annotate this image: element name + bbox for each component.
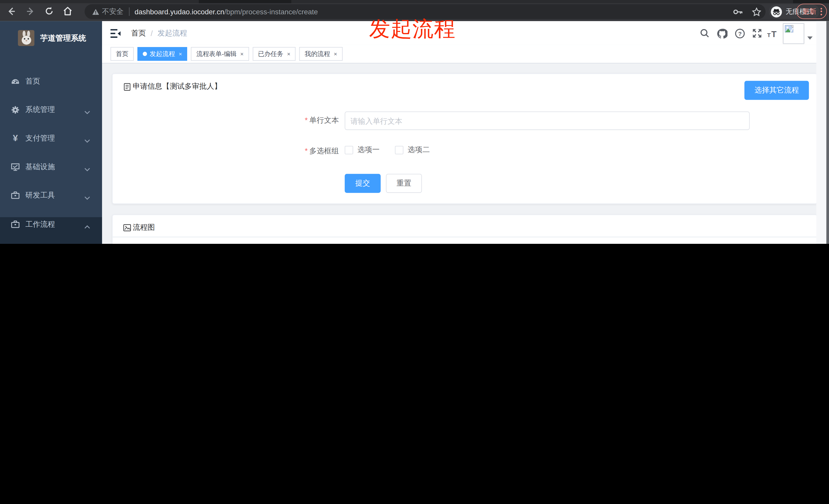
chevron-down-icon [84, 136, 91, 145]
sidebar-item-infrastructure[interactable]: 基础设施 [0, 153, 102, 182]
chrome-menu-icon[interactable] [821, 8, 822, 15]
app-header: 首页 / 发起流程 ? TT [102, 21, 829, 45]
tags-view-bar: 首页 发起流程 × 流程表单-编辑 × 已办任务 × 我的流程 × [102, 45, 829, 64]
required-asterisk: * [305, 116, 308, 124]
url-host: dashboard.yudao.iocoder.cn [135, 8, 224, 15]
page-title-annotation: 发起流程 [369, 14, 456, 43]
avatar-dropdown-caret[interactable] [807, 37, 813, 40]
close-icon[interactable]: × [240, 51, 244, 57]
tab-my-process[interactable]: 我的流程 × [299, 47, 343, 61]
image-icon [123, 224, 131, 232]
breadcrumb: 首页 / 发起流程 [131, 21, 187, 45]
checkbox-label: 选项一 [358, 146, 380, 155]
tab-label: 我的流程 [305, 49, 330, 58]
bookmark-star-icon[interactable] [752, 7, 761, 16]
url-path: /bpm/process-instance/create [224, 8, 318, 15]
github-icon[interactable] [717, 28, 728, 39]
panel-divider [112, 237, 817, 237]
reset-button[interactable]: 重置 [386, 174, 422, 193]
browser-tab-edge [793, 0, 829, 3]
apply-info-panel: 申请信息【测试多审批人】 选择其它流程 *单行文本 *多选框组 选项一 选项二 … [112, 73, 817, 204]
checkbox-group-label: *多选框组 [262, 147, 339, 156]
security-chip[interactable]: 不安全 [92, 7, 123, 16]
screenshot-stage: 不安全 dashboard.yudao.iocoder.cn/bpm/proce… [0, 0, 829, 244]
sidebar-item-label: 基础设施 [25, 162, 55, 172]
process-diagram-panel: 流程图 [112, 215, 817, 243]
tab-label: 首页 [116, 49, 129, 58]
chevron-up-icon [84, 222, 91, 231]
svg-text:?: ? [738, 30, 742, 37]
sidebar-item-label: 工作流程 [25, 220, 55, 229]
reload-icon[interactable] [44, 6, 55, 16]
breadcrumb-separator: / [151, 29, 153, 37]
back-icon[interactable] [6, 6, 16, 16]
apply-info-title-row: 申请信息【测试多审批人】 [123, 82, 222, 91]
sidebar-item-payment[interactable]: ¥ 支付管理 [0, 124, 102, 153]
tab-done-tasks[interactable]: 已办任务 × [253, 47, 296, 61]
checkbox-option-2[interactable]: 选项二 [395, 146, 430, 155]
home-icon[interactable] [62, 6, 73, 16]
sidebar-item-workflow[interactable]: 工作流程 [0, 210, 102, 239]
gear-icon [10, 105, 20, 115]
sidebar-logo-row[interactable]: 芋道管理系统 [0, 24, 102, 52]
chevron-down-icon [84, 165, 91, 173]
url-text[interactable]: dashboard.yudao.iocoder.cn/bpm/process-i… [135, 8, 318, 15]
app-logo-avatar [18, 30, 34, 46]
checkbox-group: 选项一 选项二 [345, 146, 445, 155]
close-icon[interactable]: × [287, 51, 290, 57]
diagram-title: 流程图 [133, 223, 155, 233]
security-label: 不安全 [102, 7, 123, 16]
required-asterisk: * [305, 147, 308, 155]
password-key-icon[interactable] [733, 9, 743, 14]
update-label: 更新 [803, 7, 817, 16]
sidebar: 芋道管理系统 首页 系统管理 ¥ 支付管理 基础设施 研发工具 [0, 21, 102, 244]
dashboard-icon [10, 77, 20, 86]
checkbox-icon[interactable] [345, 146, 353, 154]
browser-tab-edge [199, 0, 291, 3]
diagram-title-row: 流程图 [123, 223, 155, 233]
tab-home[interactable]: 首页 [110, 47, 134, 61]
breadcrumb-home[interactable]: 首页 [131, 28, 146, 38]
user-avatar-broken[interactable] [783, 23, 804, 44]
close-icon[interactable]: × [179, 51, 182, 57]
choose-other-process-button[interactable]: 选择其它流程 [744, 81, 809, 100]
addressbar-divider [129, 7, 129, 16]
active-tab-dot [143, 52, 147, 56]
tab-label: 流程表单-编辑 [196, 49, 237, 58]
sidebar-item-label: 支付管理 [25, 134, 55, 143]
checkbox-label: 选项二 [407, 146, 430, 155]
fullscreen-icon[interactable] [751, 28, 763, 39]
chevron-down-icon [84, 193, 91, 202]
sidebar-item-home[interactable]: 首页 [0, 67, 102, 96]
submit-button[interactable]: 提交 [345, 174, 381, 193]
apply-info-title: 申请信息【测试多审批人】 [133, 82, 221, 91]
svg-text:T: T [767, 32, 771, 38]
sidebar-item-system[interactable]: 系统管理 [0, 95, 102, 124]
window-edge-strip [826, 21, 829, 244]
help-icon[interactable]: ? [734, 28, 745, 39]
window-top-strip [0, 0, 829, 3]
monitor-icon [10, 162, 20, 172]
briefcase-icon [10, 220, 20, 229]
svg-text:T: T [771, 29, 777, 38]
sidebar-collapse-icon[interactable] [110, 28, 121, 39]
app-title: 芋道管理系统 [40, 33, 86, 43]
checkbox-icon[interactable] [395, 146, 403, 154]
warning-icon [92, 8, 100, 15]
sidebar-item-devtools[interactable]: 研发工具 [0, 181, 102, 210]
chrome-update-button[interactable]: 更新 [796, 4, 827, 19]
search-icon[interactable] [699, 28, 710, 39]
sidebar-item-label: 研发工具 [25, 191, 55, 200]
sidebar-item-process-mgmt[interactable]: 流程管理 [0, 238, 102, 243]
checkbox-option-1[interactable]: 选项一 [345, 146, 380, 155]
document-icon [123, 83, 131, 91]
tab-label: 已办任务 [258, 49, 283, 58]
font-size-icon[interactable]: TT [767, 28, 779, 39]
tab-label: 发起流程 [150, 49, 175, 58]
breadcrumb-current: 发起流程 [157, 28, 187, 38]
tab-form-edit[interactable]: 流程表单-编辑 × [191, 47, 249, 61]
close-icon[interactable]: × [334, 51, 337, 57]
single-line-text-input[interactable] [345, 111, 750, 130]
forward-icon[interactable] [25, 6, 35, 16]
tab-start-process[interactable]: 发起流程 × [138, 47, 187, 61]
